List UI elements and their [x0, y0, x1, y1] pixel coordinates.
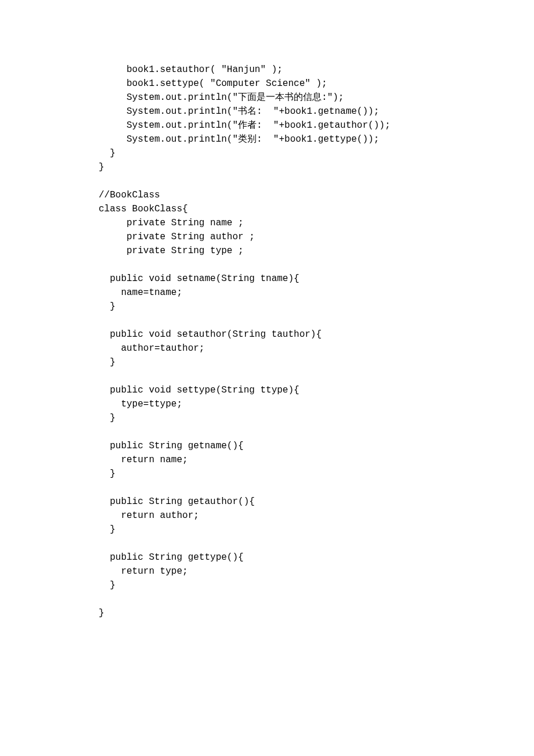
code-line: type=ttype; [99, 397, 534, 411]
code-line: book1.setauthor( "Hanjun" ); [99, 63, 534, 77]
code-line: public String getauthor(){ [99, 495, 534, 509]
code-line: System.out.println("类别: "+book1.gettype(… [99, 132, 534, 146]
code-line: private String author ; [99, 230, 534, 244]
code-line [99, 174, 534, 188]
code-line: } [99, 411, 534, 425]
code-line: } [99, 300, 534, 314]
code-line: } [99, 523, 534, 537]
code-line: System.out.println("下面是一本书的信息:"); [99, 91, 534, 105]
code-line: public void setauthor(String tauthor){ [99, 327, 534, 341]
code-line: System.out.println("作者: "+book1.getautho… [99, 118, 534, 132]
code-line: public void setname(String tname){ [99, 272, 534, 286]
code-line: //BookClass [99, 188, 534, 202]
code-line [99, 314, 534, 327]
code-line: } [99, 606, 534, 620]
code-line: public String getname(){ [99, 439, 534, 453]
code-line [99, 369, 534, 383]
code-line [99, 481, 534, 495]
code-line: return author; [99, 509, 534, 523]
code-line: author=tauthor; [99, 341, 534, 355]
code-line: public String gettype(){ [99, 550, 534, 564]
code-line: public void settype(String ttype){ [99, 383, 534, 397]
code-line: } [99, 146, 534, 160]
code-line: private String name ; [99, 216, 534, 230]
code-line [99, 537, 534, 550]
code-line: return name; [99, 453, 534, 467]
code-line: name=tname; [99, 286, 534, 300]
code-line: } [99, 578, 534, 592]
code-line [99, 258, 534, 272]
code-line: class BookClass{ [99, 202, 534, 216]
code-line: book1.settype( "Computer Science" ); [99, 77, 534, 91]
code-line [99, 425, 534, 439]
code-line: } [99, 467, 534, 481]
code-line [99, 592, 534, 606]
code-line: private String type ; [99, 244, 534, 258]
code-block: book1.setauthor( "Hanjun" ); book1.setty… [0, 0, 534, 620]
code-line: return type; [99, 564, 534, 578]
code-line: } [99, 160, 534, 174]
code-line: System.out.println("书名: "+book1.getname(… [99, 105, 534, 118]
code-line: } [99, 355, 534, 369]
